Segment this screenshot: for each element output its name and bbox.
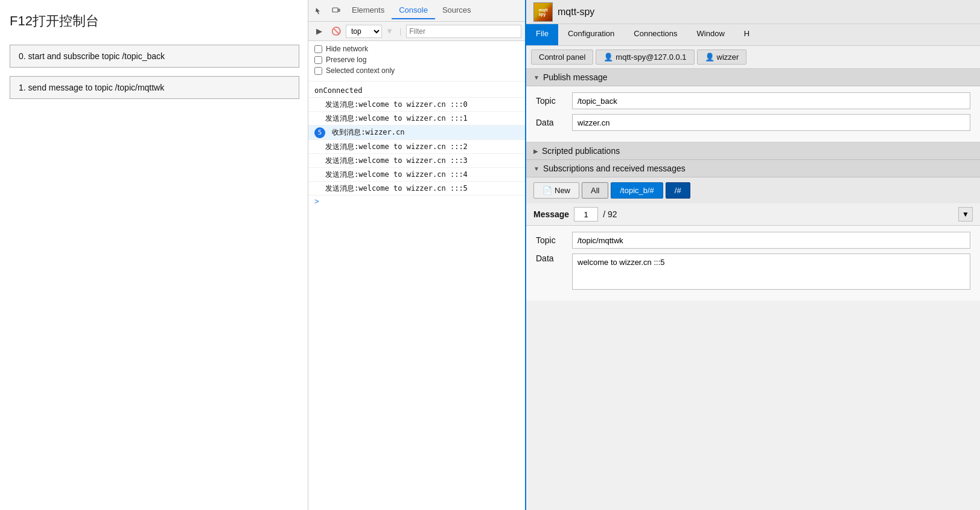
message-nav-total: / 92	[603, 209, 617, 219]
person-icon-1: 👤	[603, 53, 613, 62]
publish-section-header[interactable]: ▼ Publish message	[526, 69, 980, 86]
mqtt-logo-box: mqttspy	[533, 2, 553, 22]
mqtt-app-title: mqtt-spy	[558, 7, 594, 18]
log-entry-6: 发送消息:welcome to wizzer.cn :::4	[308, 168, 525, 182]
publish-topic-label: Topic	[536, 96, 572, 106]
play-icon[interactable]: ▶	[312, 24, 326, 39]
menu-configuration[interactable]: Configuration	[558, 24, 624, 45]
devtools-toolbar: ▶ 🚫 top ▼ |	[308, 22, 525, 41]
connection-btn-1[interactable]: 👤 mqtt-spy@127.0.0.1	[596, 49, 694, 65]
start-subscribe-button[interactable]: 0. start and subscribe topic /topic_back	[10, 45, 299, 68]
sub-tab-slash[interactable]: /#	[666, 182, 690, 199]
subscriptions-section-header[interactable]: ▼ Subscriptions and received messages	[526, 160, 980, 177]
subscriptions-section-body: 📄 New All /topic_b/# /# Message / 92 ▼ T…	[526, 177, 980, 301]
log-text-2: 发送消息:welcome to wizzer.cn :::1	[325, 114, 468, 123]
selected-context-label: Selected context only	[326, 66, 395, 75]
mqtt-connection-toolbar: Control panel 👤 mqtt-spy@127.0.0.1 👤 wiz…	[526, 46, 980, 69]
preserve-log-checkbox[interactable]	[314, 56, 322, 64]
tab-sources[interactable]: Sources	[435, 2, 479, 19]
cursor-icon[interactable]	[311, 2, 328, 19]
log-entry-7: 发送消息:welcome to wizzer.cn :::5	[308, 182, 525, 196]
preserve-log-label: Preserve log	[326, 56, 366, 64]
publish-section-body: Topic Data	[526, 86, 980, 142]
preserve-log-row: Preserve log	[314, 56, 519, 64]
mqtt-panel: mqttspy mqtt-spy File Configuration Conn…	[525, 0, 980, 510]
selected-context-row: Selected context only	[314, 66, 519, 75]
received-data-display: welcome to wizzer.cn :::5	[572, 253, 970, 290]
dropdown-arrow-icon: ▼	[962, 210, 969, 218]
log-entry-4: 发送消息:welcome to wizzer.cn :::2	[308, 140, 525, 154]
mqtt-titlebar: mqttspy mqtt-spy	[526, 0, 980, 24]
subscription-tabs: 📄 New All /topic_b/# /#	[526, 177, 980, 203]
received-topic-label: Topic	[536, 235, 572, 245]
message-nav-input[interactable]	[574, 207, 598, 222]
sub-tab-topic[interactable]: /topic_b/#	[611, 182, 663, 199]
log-text-1: 发送消息:welcome to wizzer.cn :::0	[325, 100, 468, 109]
tab-console[interactable]: Console	[392, 2, 435, 19]
mqtt-menubar: File Configuration Connections Window H	[526, 24, 980, 46]
publish-topic-row: Topic	[536, 92, 970, 109]
selected-context-checkbox[interactable]	[314, 67, 322, 75]
hide-network-row: Hide network	[314, 45, 519, 53]
connection-btn-2[interactable]: 👤 wizzer	[697, 49, 747, 65]
received-topic-input[interactable]	[572, 232, 970, 249]
block-icon[interactable]: 🚫	[329, 24, 343, 39]
console-log: onConnected 发送消息:welcome to wizzer.cn ::…	[308, 81, 525, 510]
received-topic-row: Topic	[536, 232, 970, 249]
received-data-label: Data	[536, 253, 572, 263]
received-message: Topic Data welcome to wizzer.cn :::5	[526, 226, 980, 301]
sub-tab-new[interactable]: 📄 New	[533, 182, 579, 199]
menu-window[interactable]: Window	[687, 24, 734, 45]
devtools-options: Hide network Preserve log Selected conte…	[308, 41, 525, 81]
page-title: F12打开控制台	[10, 12, 298, 30]
mqtt-logo: mqttspy	[533, 2, 553, 22]
publish-topic-input[interactable]	[572, 92, 970, 109]
subscriptions-triangle-icon: ▼	[533, 165, 539, 172]
log-text-0: onConnected	[314, 86, 362, 95]
publish-data-label: Data	[536, 118, 572, 127]
person-icon-2: 👤	[705, 53, 714, 62]
menu-connections[interactable]: Connections	[624, 24, 687, 45]
new-tab-icon: 📄	[542, 186, 552, 195]
subscriptions-section-title: Subscriptions and received messages	[543, 164, 686, 173]
scripted-section-title: Scripted publications	[542, 146, 620, 156]
menu-file[interactable]: File	[526, 24, 558, 45]
console-arrow[interactable]: >	[308, 196, 525, 207]
message-nav-arrow[interactable]: ▼	[958, 207, 973, 222]
scripted-triangle-icon: ▶	[533, 148, 538, 155]
message-nav: Message / 92 ▼	[526, 203, 980, 226]
publish-section-title: Publish message	[543, 72, 608, 82]
publish-data-input[interactable]	[572, 114, 970, 131]
control-panel-btn[interactable]: Control panel	[531, 49, 593, 65]
svg-rect-1	[339, 9, 340, 11]
sub-tab-all[interactable]: All	[582, 182, 608, 199]
log-entry-1: 发送消息:welcome to wizzer.cn :::0	[308, 98, 525, 112]
mqtt-content: ▼ Publish message Topic Data ▶ Scripted …	[526, 69, 980, 510]
tab-elements[interactable]: Elements	[345, 2, 392, 19]
received-data-row: Data welcome to wizzer.cn :::5	[536, 253, 970, 290]
publish-data-row: Data	[536, 114, 970, 131]
hide-network-checkbox[interactable]	[314, 45, 322, 53]
log-text-3: 收到消息:wizzer.cn	[332, 128, 404, 136]
devtools-panel: Elements Console Sources ▶ 🚫 top ▼ | Hid…	[308, 0, 525, 510]
hide-network-label: Hide network	[326, 45, 368, 53]
log-entry-2: 发送消息:welcome to wizzer.cn :::1	[308, 112, 525, 126]
log-text-7: 发送消息:welcome to wizzer.cn :::5	[325, 184, 468, 193]
left-panel: F12打开控制台 0. start and subscribe topic /t…	[0, 0, 308, 510]
device-icon[interactable]	[328, 2, 345, 19]
message-nav-label: Message	[533, 209, 569, 219]
svg-rect-0	[332, 8, 338, 12]
send-message-button[interactable]: 1. send message to topic /topic/mqttwk	[10, 76, 299, 99]
scripted-section-header[interactable]: ▶ Scripted publications	[526, 142, 980, 160]
context-select[interactable]: top	[346, 25, 382, 38]
devtools-tabbar: Elements Console Sources	[308, 0, 525, 22]
log-entry-3: 5 收到消息:wizzer.cn	[308, 126, 525, 140]
publish-triangle-icon: ▼	[533, 74, 539, 81]
log-text-4: 发送消息:welcome to wizzer.cn :::2	[325, 142, 468, 151]
menu-help[interactable]: H	[734, 24, 759, 45]
filter-input[interactable]	[406, 25, 521, 38]
log-text-5: 发送消息:welcome to wizzer.cn :::3	[325, 156, 468, 165]
log-entry-0: onConnected	[308, 84, 525, 98]
log-entry-5: 发送消息:welcome to wizzer.cn :::3	[308, 154, 525, 168]
log-badge-3: 5	[314, 127, 325, 138]
